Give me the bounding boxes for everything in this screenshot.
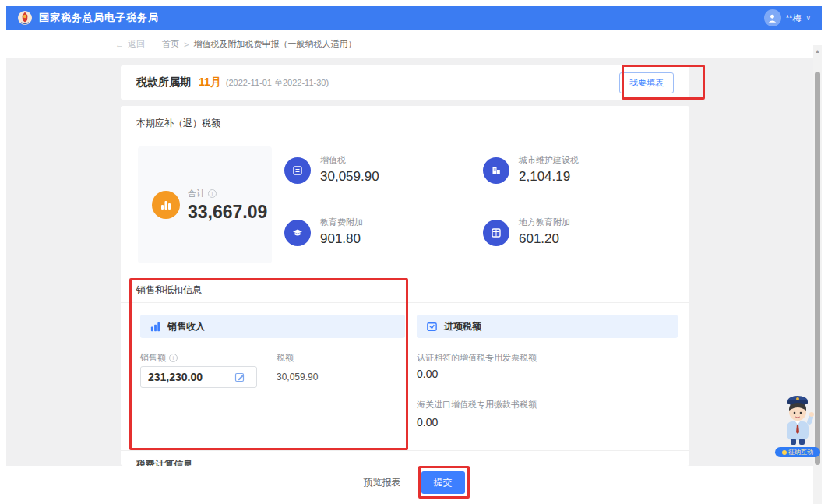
chevron-down-icon[interactable]: ∨ [805, 14, 811, 22]
vat-value: 30,059.90 [320, 169, 379, 185]
assistant-mascot[interactable]: 征纳互动 [775, 392, 820, 457]
submit-button[interactable]: 提交 [421, 471, 465, 494]
app-title: 国家税务总局电子税务局 [39, 11, 159, 25]
education-surcharge-item: 教育费附加 901.80 [284, 217, 363, 247]
tax-bureau-logo [17, 10, 33, 26]
tax-officer-mascot-icon [775, 392, 820, 446]
info-icon[interactable]: i [208, 189, 217, 198]
fill-form-button[interactable]: 我要填表 [619, 72, 674, 93]
total-value: 33,667.09 [188, 202, 267, 223]
person-icon [767, 13, 777, 23]
mascot-label[interactable]: 征纳互动 [775, 447, 820, 457]
input-tax-row1-label: 认证相符的增值税专用发票税额 [417, 352, 537, 364]
current-tax-section-title: 本期应补（退）税额 [136, 117, 220, 130]
input-tax-row1-value: 0.00 [417, 368, 438, 380]
vat-label: 增值税 [320, 154, 379, 166]
divider [121, 450, 689, 451]
info-icon[interactable]: i [169, 354, 178, 362]
scrollbar-up-arrow[interactable]: ▲ [814, 48, 821, 54]
sales-income-banner: 销售收入 [140, 315, 405, 338]
preview-report-button[interactable]: 预览报表 [364, 476, 401, 489]
user-avatar[interactable] [764, 9, 781, 26]
local-education-label: 地方教育附加 [519, 217, 570, 228]
bar-chart-icon [152, 191, 180, 219]
tax-calc-section-title: 税费计算信息 [136, 458, 192, 466]
total-label: 合计 [188, 188, 205, 199]
input-tax-banner: 进项税额 [417, 315, 678, 338]
period-range: (2022-11-01 至2022-11-30) [226, 77, 329, 89]
graduation-cap-icon [284, 220, 311, 246]
mascot-label-text: 征纳互动 [788, 448, 813, 456]
input-tax-title: 进项税额 [444, 320, 481, 333]
divider [121, 136, 689, 136]
back-label: 返回 [128, 38, 145, 50]
breadcrumb-current: 增值税及附加税费申报（一般纳税人适用） [193, 38, 356, 50]
city-tax-item: 城市维护建设税 2,104.19 [483, 154, 579, 185]
divider [121, 302, 689, 303]
sales-tax-label: 税额 [277, 352, 294, 364]
building-icon [483, 157, 509, 184]
city-tax-value: 2,104.19 [519, 169, 579, 185]
back-arrow-icon: ← [115, 40, 124, 49]
user-name[interactable]: **梅 [786, 12, 802, 24]
vat-item: 增值税 30,059.90 [284, 154, 379, 185]
sales-income-title: 销售收入 [167, 320, 205, 333]
local-education-value: 601.20 [519, 231, 570, 247]
local-education-item: 地方教育附加 601.20 [483, 217, 570, 247]
city-tax-label: 城市维护建设税 [519, 154, 579, 166]
mascot-dot-icon [782, 450, 787, 455]
breadcrumb-separator: > [184, 40, 189, 49]
edit-icon[interactable] [234, 372, 245, 382]
sales-amount-input[interactable] [141, 371, 233, 383]
tax-period-card: 税款所属期 11月 (2022-11-01 至2022-11-30) 我要填表 [121, 65, 689, 100]
input-tax-icon [426, 321, 438, 333]
ledger-grid-icon [483, 220, 509, 246]
breadcrumb: ← 返回 首页 > 增值税及附加税费申报（一般纳税人适用） [6, 30, 822, 58]
back-link[interactable]: ← 返回 [115, 38, 145, 50]
app-header: 国家税务总局电子税务局 **梅 ∨ [6, 6, 822, 30]
education-surcharge-value: 901.80 [320, 231, 363, 247]
declaration-card: 本期应补（退）税额 合计 i 33,667.09 [121, 106, 689, 466]
input-tax-row2-label: 海关进口增值税专用缴款书税额 [417, 399, 537, 411]
period-month: 11月 [199, 76, 221, 90]
sales-amount-field [140, 366, 257, 388]
total-tax-block: 合计 i 33,667.09 [138, 146, 272, 263]
education-surcharge-label: 教育费附加 [320, 217, 363, 228]
tax-document-icon [284, 157, 311, 184]
sales-tax-value: 30,059.90 [277, 372, 318, 382]
breadcrumb-home[interactable]: 首页 [162, 38, 179, 50]
period-label: 税款所属期 [136, 76, 191, 90]
sales-income-icon [150, 321, 161, 333]
input-tax-row2-value: 0.00 [417, 416, 438, 428]
sales-deduction-section-title: 销售和抵扣信息 [136, 284, 202, 297]
footer-actionbar: 预览报表 提交 [6, 466, 822, 499]
sales-amount-label: 销售额 [140, 352, 166, 364]
